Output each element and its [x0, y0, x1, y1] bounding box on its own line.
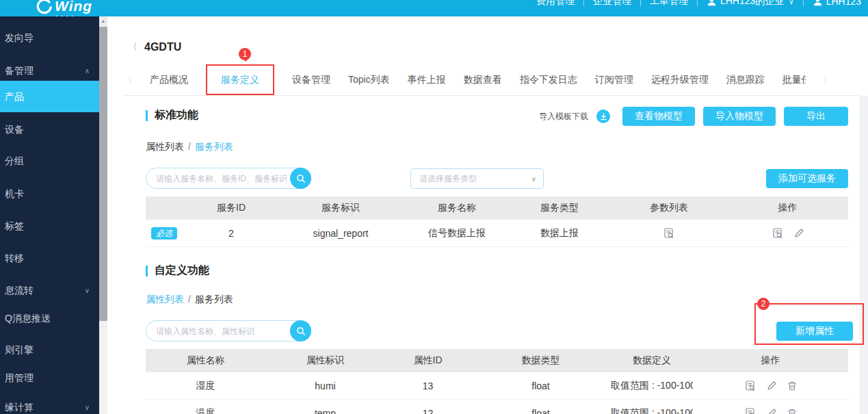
sidebar-item-app-mgmt[interactable]: 用管理: [0, 371, 99, 385]
sidebar-item-label: 则引擎: [5, 344, 34, 355]
sidebar-item-device[interactable]: 设备: [0, 122, 99, 136]
tab-subscription-mgmt[interactable]: 订阅管理: [595, 74, 633, 86]
edit-icon[interactable]: [793, 228, 804, 239]
required-badge: 必选: [151, 227, 177, 240]
sidebar-item-product[interactable]: 产品: [0, 81, 99, 112]
attr-list-link[interactable]: 属性列表: [146, 141, 184, 153]
enterprise-menu[interactable]: LHH123的企业 ∨: [707, 0, 794, 8]
delete-icon[interactable]: [787, 408, 798, 414]
sidebar-item-label: Q消息推送: [5, 313, 51, 324]
sidebar-item-label: 产品: [5, 91, 24, 102]
service-search-input[interactable]: [146, 174, 291, 183]
tab-command-log[interactable]: 指令下发日志: [520, 74, 577, 86]
sidebar-item-message-flow[interactable]: 息流转∨: [0, 283, 99, 297]
sidebar-item-transfer[interactable]: 转移: [0, 251, 99, 265]
tab-message-trace[interactable]: 消息跟踪: [726, 74, 765, 86]
scroll-up-icon[interactable]: ▲: [99, 16, 107, 25]
back-arrow-icon[interactable]: 〈: [128, 41, 137, 53]
tab-topic-list[interactable]: Topic列表: [348, 74, 390, 86]
service-type-select[interactable]: 请选择服务类型 ∨: [410, 168, 544, 189]
cell-attr-id: 12: [385, 408, 471, 414]
person-icon: [707, 0, 717, 7]
subtab-separator: /: [188, 294, 191, 306]
sidebar-item-label: 标签: [5, 220, 24, 231]
chevron-down-icon: ∨: [531, 175, 536, 183]
section-title-text: 标准功能: [155, 108, 198, 122]
cell-attr-name: 温度: [146, 407, 265, 414]
cell-data-definition: 取值范围 : -100-100: [611, 407, 693, 414]
view-params-icon[interactable]: [744, 380, 757, 392]
attr-search: [146, 320, 311, 341]
sidebar-item-group[interactable]: 分组: [0, 154, 99, 168]
service-table: 服务ID 服务标识 服务名称 服务类型 参数列表 操作 必选 2 signal_…: [146, 196, 848, 247]
download-icon[interactable]: [596, 109, 610, 123]
chevron-up-icon: ∧: [85, 64, 90, 78]
cell-attr-id: 13: [385, 380, 471, 391]
tab-event-report[interactable]: 事件上报: [408, 74, 446, 86]
sidebar-item-label: 缘计算: [5, 402, 34, 413]
step-badge-1: 1: [239, 48, 251, 60]
sidebar-item-device-mgmt[interactable]: 备管理∧: [0, 64, 99, 77]
cell-service-name: 信号数据上报: [406, 227, 508, 240]
col-service-name: 服务名称: [406, 202, 508, 214]
standard-section-title: 标准功能: [146, 108, 198, 122]
search-icon[interactable]: [290, 320, 311, 341]
tab-remote-upgrade[interactable]: 远程升级管理: [651, 74, 709, 86]
sidebar-item-tag[interactable]: 标签: [0, 219, 99, 233]
delete-icon[interactable]: [787, 380, 798, 391]
sidebar-item-label: 发向导: [5, 32, 34, 43]
model-actions: 导入模板下载 查看物模型 导入物模型 导出: [539, 107, 848, 126]
table-header-row: 服务ID 服务标识 服务名称 服务类型 参数列表 操作: [146, 196, 848, 220]
sidebar-item-label: 机卡: [5, 188, 24, 199]
custom-section-title: 自定义功能: [146, 263, 209, 278]
tabs-scroll-left-icon[interactable]: 〈: [124, 74, 132, 86]
sidebar-item-sim-card[interactable]: 机卡: [0, 187, 99, 200]
cell-service-id: 2: [187, 228, 276, 239]
product-tabbar: 〈 产品概况 1 服务定义 设备管理 Topic列表 事件上报 数据查看 指令下…: [124, 64, 858, 96]
export-button[interactable]: 导出: [784, 107, 848, 126]
edit-icon[interactable]: [766, 380, 777, 391]
tab-batch-truncated[interactable]: 批量任: [782, 74, 806, 86]
tabs-scroll-right-icon[interactable]: 〉: [824, 74, 832, 86]
tab-device-mgmt[interactable]: 设备管理: [292, 74, 330, 86]
nav-billing[interactable]: 费用管理: [536, 0, 575, 8]
import-model-button[interactable]: 导入物模型: [703, 107, 776, 126]
view-model-button[interactable]: 查看物模型: [622, 107, 695, 126]
sidebar-item-mq-push[interactable]: Q消息推送: [0, 311, 99, 325]
attr-list-link[interactable]: 属性列表: [146, 294, 184, 306]
sidebar-item-edge-computing[interactable]: 缘计算∨: [0, 400, 99, 414]
table-row: 必选 2 signal_report 信号数据上报 数据上报: [146, 220, 848, 247]
service-list-link[interactable]: 服务列表: [195, 141, 233, 153]
app-window: Wing ■ ■ ■ ■ 费用管理 企业管理 工单管理 LHH123的企业 ∨ …: [0, 0, 868, 414]
tab-product-overview[interactable]: 产品概况: [150, 74, 188, 86]
attr-search-input[interactable]: [146, 326, 291, 336]
cell-service-type: 数据上报: [508, 227, 611, 240]
sidebar-scrollbar[interactable]: ▲: [99, 16, 107, 414]
user-menu[interactable]: LHH123: [813, 0, 861, 7]
nav-divider: [640, 0, 641, 6]
view-params-icon[interactable]: [772, 227, 784, 240]
search-icon[interactable]: [290, 168, 311, 189]
tab-service-definition[interactable]: 服务定义: [221, 74, 259, 85]
nav-work-order[interactable]: 工单管理: [650, 0, 688, 8]
chevron-down-icon: ∨: [85, 401, 90, 414]
service-search: [146, 168, 311, 189]
view-params-icon[interactable]: [663, 227, 675, 240]
sidebar-item-rule-engine[interactable]: 则引擎: [0, 343, 99, 357]
view-params-icon[interactable]: [744, 407, 757, 414]
col-actions: 操作: [693, 354, 848, 367]
add-attribute-button[interactable]: 新增属性: [776, 322, 853, 341]
service-list-link[interactable]: 服务列表: [195, 294, 233, 306]
title-accent-bar: [146, 110, 148, 121]
sidebar: 发向导 备管理∧ 产品 设备 分组 机卡 标签 转移 息流转∨ Q消息推送 则引…: [0, 16, 99, 414]
add-optional-service-button[interactable]: 添加可选服务: [766, 169, 848, 188]
edit-icon[interactable]: [766, 408, 777, 414]
app-logo[interactable]: Wing ■ ■ ■ ■: [36, 0, 92, 14]
nav-enterprise-mgmt[interactable]: 企业管理: [593, 0, 631, 8]
section-title-text: 自定义功能: [155, 263, 209, 278]
step-badge-2: 2: [757, 298, 770, 310]
scrollbar-thumb[interactable]: [99, 27, 107, 321]
nav-divider: [697, 0, 698, 6]
tab-data-view[interactable]: 数据查看: [464, 74, 502, 86]
sidebar-item-dev-wizard[interactable]: 发向导: [0, 31, 99, 44]
